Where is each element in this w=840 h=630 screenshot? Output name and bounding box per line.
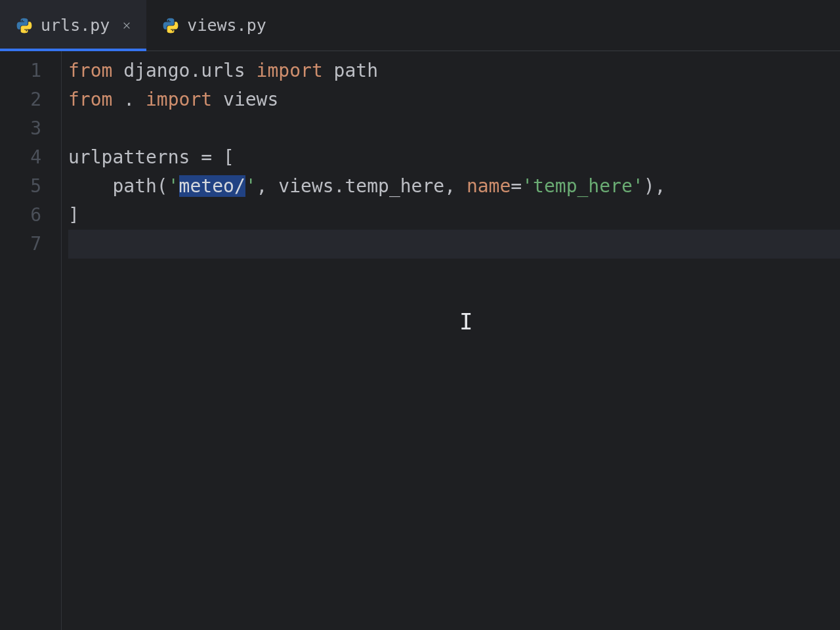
line-number: 7 bbox=[0, 230, 61, 259]
close-icon[interactable] bbox=[120, 19, 133, 32]
line-gutter: 1 2 3 4 5 6 7 bbox=[0, 51, 62, 630]
editor[interactable]: 1 2 3 4 5 6 7 from django.urls import pa… bbox=[0, 51, 840, 630]
python-icon bbox=[16, 17, 33, 34]
line-number: 3 bbox=[0, 114, 61, 143]
text-cursor-icon: I bbox=[459, 308, 472, 335]
line-number: 5 bbox=[0, 172, 61, 201]
code-line: from . import views bbox=[68, 85, 840, 114]
code-line: ] bbox=[68, 201, 840, 230]
tab-urls-py[interactable]: urls.py bbox=[0, 0, 146, 51]
code-line bbox=[68, 114, 840, 143]
line-number: 6 bbox=[0, 201, 61, 230]
code-line-current bbox=[68, 230, 840, 259]
code-line: from django.urls import path bbox=[68, 56, 840, 85]
line-number: 4 bbox=[0, 143, 61, 172]
tab-views-py[interactable]: views.py bbox=[146, 0, 279, 51]
tab-bar: urls.py views.py bbox=[0, 0, 840, 51]
tab-label: urls.py bbox=[41, 16, 110, 35]
code-area[interactable]: from django.urls import path from . impo… bbox=[62, 51, 840, 630]
python-icon bbox=[162, 17, 179, 34]
line-number: 2 bbox=[0, 85, 61, 114]
line-number: 1 bbox=[0, 56, 61, 85]
code-line: urlpatterns = [ bbox=[68, 143, 840, 172]
tab-label: views.py bbox=[187, 16, 266, 35]
code-line: path('meteo/', views.temp_here, name='te… bbox=[68, 172, 840, 201]
selection: meteo/ bbox=[179, 175, 245, 197]
